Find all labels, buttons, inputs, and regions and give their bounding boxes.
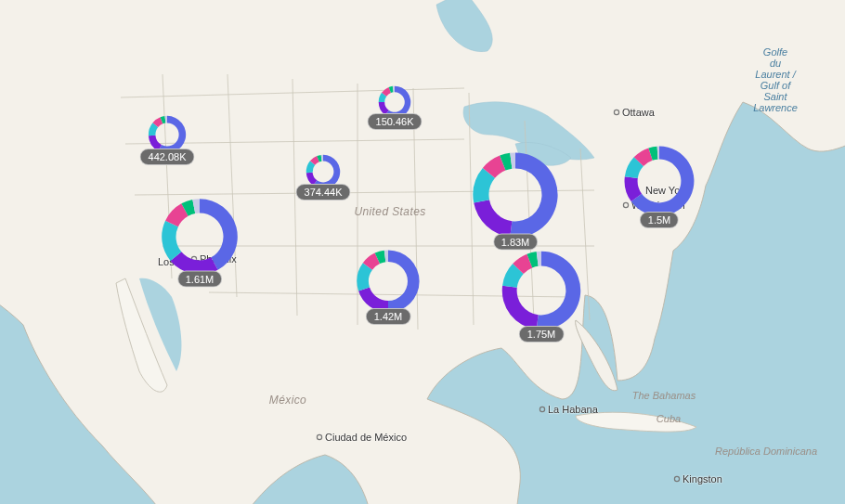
donut-segment[interactable] (388, 250, 420, 312)
ocean-label: Gulf of (760, 80, 791, 91)
donut-value-badge: 1.5M (640, 212, 679, 228)
map-country-label: The Bahamas (632, 390, 696, 401)
map-city-label: Ottawa (622, 107, 656, 118)
donut-chart-icon (356, 249, 421, 314)
donut-value-badge: 150.46K (368, 113, 422, 130)
donut-chart-icon (161, 198, 240, 277)
donut-midwest-great-lakes[interactable]: 1.83M (472, 151, 560, 239)
map-country-label: United States (354, 205, 425, 218)
ocean-label: du (770, 58, 781, 69)
donut-south-central[interactable]: 1.42M (356, 249, 421, 314)
donut-value-badge: 442.08K (140, 149, 195, 165)
map-container[interactable]: United StatesMéxicoThe BahamasCubaRepúbl… (0, 0, 845, 504)
map-city-label: Ciudad de México (325, 432, 407, 443)
donut-value-badge: 374.44K (296, 184, 351, 200)
donut-upper-midwest[interactable]: 150.46K (378, 85, 411, 119)
city-dot (540, 407, 544, 411)
donut-segment[interactable] (502, 286, 539, 330)
ocean-label: Lawrence (753, 102, 798, 113)
donut-pacific-nw[interactable]: 442.08K (148, 115, 187, 154)
donut-mountain[interactable]: 374.44K (306, 154, 341, 189)
donut-chart-icon (500, 250, 582, 331)
donut-value-badge: 1.61M (177, 271, 223, 288)
ocean-label: Laurent / (755, 69, 796, 80)
donut-segment[interactable] (510, 152, 557, 237)
donut-chart-icon (472, 151, 560, 239)
map-city-label: La Habana (548, 404, 599, 415)
ocean-label: Saint (763, 91, 787, 102)
ocean-label: Golfe (763, 46, 787, 58)
basemap-svg: United StatesMéxicoThe BahamasCubaRepúbl… (0, 0, 845, 504)
map-city-label: Kingston (682, 473, 722, 485)
donut-northeast[interactable]: 1.5M (623, 145, 696, 217)
donut-segment[interactable] (200, 199, 238, 270)
donut-value-badge: 1.75M (519, 326, 565, 342)
donut-value-badge: 1.42M (366, 308, 411, 325)
city-dot (674, 476, 679, 481)
map-country-label: Cuba (656, 413, 681, 424)
donut-value-badge: 1.83M (493, 234, 539, 251)
donut-segment[interactable] (537, 252, 581, 330)
donut-southeast[interactable]: 1.75M (500, 250, 582, 331)
map-country-label: República Dominicana (715, 446, 817, 457)
donut-chart-icon (623, 145, 696, 217)
map-country-label: México (269, 394, 306, 407)
donut-california-sw[interactable]: 1.61M (161, 198, 240, 277)
donut-segment[interactable] (474, 200, 512, 237)
